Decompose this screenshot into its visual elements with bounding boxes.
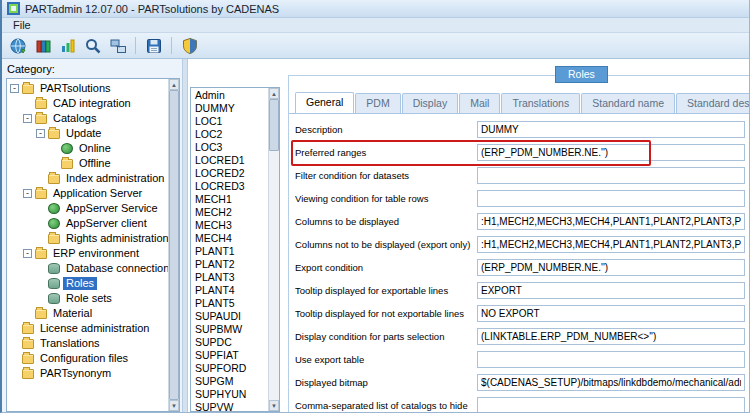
tab[interactable]: Display (402, 93, 458, 113)
scroll-up-arrow-icon[interactable]: ▲ (269, 88, 279, 99)
field-input[interactable] (477, 190, 745, 207)
scrollbar-thumb[interactable] (269, 99, 279, 151)
tab[interactable]: Standard designation (shor (676, 93, 749, 113)
tree-expander-icon[interactable] (23, 309, 32, 318)
tab[interactable]: Translations (501, 93, 580, 113)
tree-item[interactable]: CAD integration (7, 96, 168, 111)
roles-list-item[interactable]: SUPAUDI (191, 310, 268, 323)
roles-list-item[interactable]: SUPBMW (191, 323, 268, 336)
tab[interactable]: PDM (355, 93, 400, 113)
roles-list-item[interactable]: LOCRED1 (191, 154, 268, 167)
tree-item[interactable]: Translations (7, 336, 168, 351)
tree-item[interactable]: - Catalogs (7, 111, 168, 126)
field-input[interactable] (477, 259, 745, 276)
tree-expander-icon[interactable] (49, 159, 58, 168)
catalogs-button[interactable] (31, 35, 54, 57)
roles-list-item[interactable]: SUPGM (191, 375, 268, 388)
tree-item[interactable]: Online (7, 141, 168, 156)
tree-expander-icon[interactable] (36, 174, 45, 183)
tree-item[interactable]: Database connection (7, 261, 168, 276)
tree-item[interactable]: - PARTsolutions (7, 81, 168, 96)
field-input[interactable] (477, 282, 745, 299)
tree-item[interactable]: Role sets (7, 291, 168, 306)
tree-expander-icon[interactable]: - (23, 249, 32, 258)
security-button[interactable] (178, 35, 201, 57)
roles-list-item[interactable]: PLANT1 (191, 245, 268, 258)
field-input[interactable] (477, 144, 745, 161)
menu-file[interactable]: File (5, 19, 39, 31)
tree-expander-icon[interactable] (49, 144, 58, 153)
scrollbar-thumb[interactable] (169, 90, 179, 400)
tree-item[interactable]: - Update (7, 126, 168, 141)
field-input[interactable] (477, 328, 745, 345)
roles-list-item[interactable]: LOC3 (191, 141, 268, 154)
tree-expander-icon[interactable] (36, 234, 45, 243)
globe-update-button[interactable] (6, 35, 29, 57)
tree-expander-icon[interactable] (36, 219, 45, 228)
tree-item[interactable]: Index administration (7, 171, 168, 186)
roles-list-item[interactable]: SUPVW (191, 401, 268, 411)
tab[interactable]: General (295, 92, 354, 114)
tree-item[interactable]: AppServer Service (7, 201, 168, 216)
tab[interactable]: Standard name (581, 93, 675, 113)
roles-list-item[interactable]: MECH3 (191, 219, 268, 232)
tree-expander-icon[interactable]: - (23, 114, 32, 123)
tree-expander-icon[interactable]: - (23, 189, 32, 198)
statistics-button[interactable] (56, 35, 79, 57)
tree-expander-icon[interactable] (23, 99, 32, 108)
field-input[interactable] (477, 121, 745, 138)
field-input[interactable] (477, 236, 745, 253)
tree-expander-icon[interactable] (10, 369, 19, 378)
roles-list-item[interactable]: SUPFIAT (191, 349, 268, 362)
tab[interactable]: Mail (459, 93, 500, 113)
roles-list-item[interactable]: LOCRED2 (191, 167, 268, 180)
tree-item[interactable]: Rights administration (7, 231, 168, 246)
tree-expander-icon[interactable]: - (36, 129, 45, 138)
tree-item[interactable]: Roles (7, 276, 168, 291)
roles-list-item[interactable]: PLANT5 (191, 297, 268, 310)
roles-list-item[interactable]: DUMMY (191, 102, 268, 115)
tree-item[interactable]: Material (7, 306, 168, 321)
field-input[interactable] (477, 397, 745, 412)
save-button[interactable] (142, 35, 165, 57)
roles-list-item[interactable]: PLANT3 (191, 271, 268, 284)
network-button[interactable] (106, 35, 129, 57)
roles-list-item[interactable]: SUPFORD (191, 362, 268, 375)
roles-list-item[interactable]: MECH4 (191, 232, 268, 245)
tree-expander-icon[interactable] (36, 204, 45, 213)
roles-list-item[interactable]: SUPDC (191, 336, 268, 349)
tree-expander-icon[interactable] (10, 324, 19, 333)
scroll-down-arrow-icon[interactable]: ▼ (169, 400, 179, 411)
field-input[interactable] (477, 213, 745, 230)
tree-expander-icon[interactable] (36, 294, 45, 303)
tree-expander-icon[interactable] (36, 279, 45, 288)
tree-item[interactable]: PARTsynonym (7, 366, 168, 381)
search-button[interactable] (81, 35, 104, 57)
tree-item[interactable]: - Application Server (7, 186, 168, 201)
tree-expander-icon[interactable] (10, 354, 19, 363)
roles-list-item[interactable]: LOCRED3 (191, 180, 268, 193)
roles-list-item[interactable]: SUPHYUN (191, 388, 268, 401)
roles-list-item[interactable]: LOC2 (191, 128, 268, 141)
tree-item[interactable]: - ERP environment (7, 246, 168, 261)
tree-expander-icon[interactable] (10, 339, 19, 348)
field-input[interactable] (477, 351, 745, 368)
tree-expander-icon[interactable] (36, 264, 45, 273)
roles-list-item[interactable]: MECH1 (191, 193, 268, 206)
scroll-down-arrow-icon[interactable]: ▼ (269, 400, 279, 411)
roles-list-item[interactable]: Admin (191, 89, 268, 102)
field-label: Viewing condition for table rows (295, 190, 477, 204)
roles-list-item[interactable]: LOC1 (191, 115, 268, 128)
field-input[interactable] (477, 305, 745, 322)
field-input[interactable] (477, 167, 745, 184)
field-input[interactable] (477, 374, 745, 391)
scroll-up-arrow-icon[interactable]: ▲ (169, 79, 179, 90)
tree-item[interactable]: AppServer client (7, 216, 168, 231)
tree-item[interactable]: Offline (7, 156, 168, 171)
tree-item[interactable]: License administration (7, 321, 168, 336)
roles-list-item[interactable]: MECH2 (191, 206, 268, 219)
tree-item[interactable]: Configuration files (7, 351, 168, 366)
roles-list-item[interactable]: PLANT4 (191, 284, 268, 297)
tree-expander-icon[interactable]: - (10, 84, 19, 93)
roles-list-item[interactable]: PLANT2 (191, 258, 268, 271)
